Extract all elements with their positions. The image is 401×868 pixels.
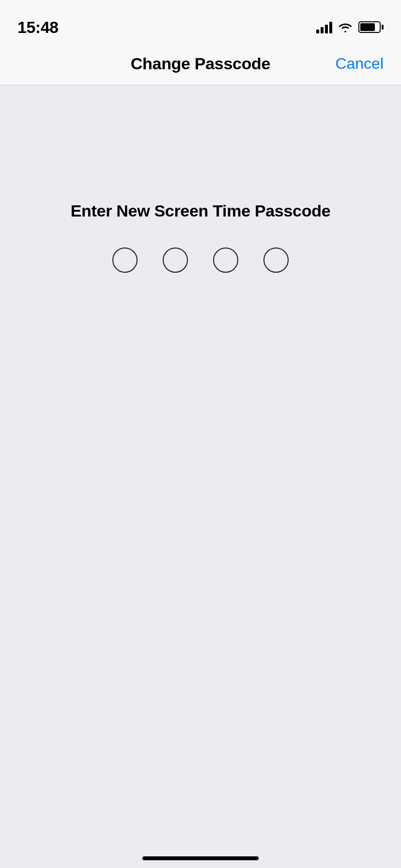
status-time: 15:48 [17, 18, 58, 37]
main-content: Enter New Screen Time Passcode [0, 85, 401, 868]
status-bar: 15:48 [0, 0, 401, 43]
status-icons [316, 21, 384, 33]
battery-body [358, 21, 381, 33]
battery-fill [360, 23, 375, 31]
cancel-button[interactable]: Cancel [335, 55, 384, 73]
passcode-dot-1 [112, 248, 138, 273]
home-indicator [142, 856, 259, 860]
passcode-dot-3 [213, 248, 238, 273]
signal-bar-2 [321, 27, 324, 33]
signal-bar-1 [316, 30, 319, 33]
page-title: Change Passcode [131, 54, 270, 73]
passcode-prompt: Enter New Screen Time Passcode [71, 202, 331, 220]
passcode-dot-4 [263, 248, 289, 273]
signal-bar-4 [329, 22, 332, 33]
passcode-dot-2 [163, 248, 188, 273]
signal-bar-3 [325, 25, 328, 33]
wifi-icon [338, 22, 353, 32]
signal-bars-icon [316, 21, 332, 33]
battery-tip [382, 25, 384, 30]
nav-bar: Change Passcode Cancel [0, 43, 401, 85]
passcode-dots [112, 248, 289, 273]
battery-icon [358, 21, 384, 33]
